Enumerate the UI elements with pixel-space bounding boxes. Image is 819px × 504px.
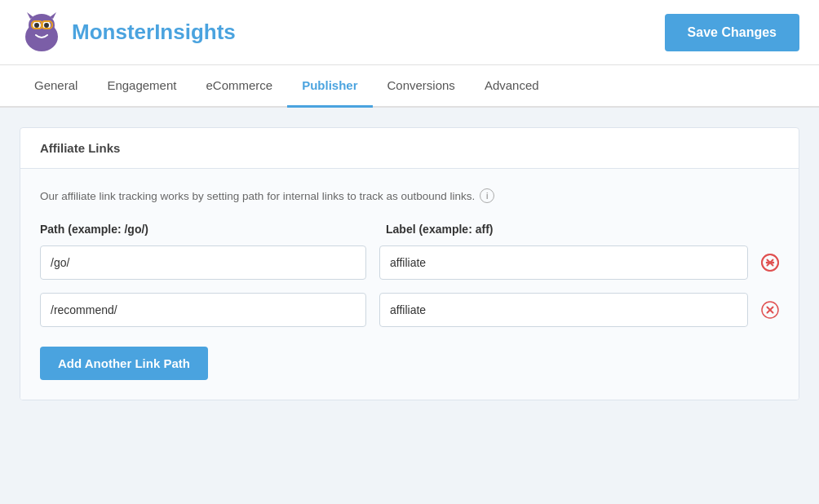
main-navigation: General Engagement eCommerce Publisher C… <box>0 65 819 108</box>
link-row-2 <box>40 293 779 327</box>
affiliate-links-title: Affiliate Links <box>40 141 120 155</box>
logo-area: MonsterInsights <box>20 11 236 55</box>
tab-advanced[interactable]: Advanced <box>470 65 554 108</box>
tab-publisher[interactable]: Publisher <box>287 65 372 108</box>
link-row-1 <box>40 245 779 280</box>
save-changes-button[interactable]: Save Changes <box>665 14 799 51</box>
svg-point-6 <box>34 23 39 28</box>
remove-row-1-button[interactable] <box>761 254 779 272</box>
logo-accent: Insights <box>154 20 236 44</box>
fields-header: Path (example: /go/) Label (example: aff… <box>40 223 779 236</box>
svg-point-7 <box>44 23 49 28</box>
main-content: Affiliate Links Our affiliate link track… <box>0 108 819 420</box>
path-column-header: Path (example: /go/) <box>40 223 366 236</box>
logo-plain: Monster <box>72 20 154 44</box>
remove-icon-1 <box>761 254 779 272</box>
label-input-1[interactable] <box>379 245 748 280</box>
path-input-2[interactable] <box>40 293 366 327</box>
logo-icon <box>20 11 64 55</box>
label-column-header: Label (example: aff) <box>386 223 779 236</box>
tab-engagement[interactable]: Engagement <box>92 65 191 108</box>
label-input-2[interactable] <box>379 293 748 327</box>
info-icon: i <box>480 188 494 203</box>
logo-text: MonsterInsights <box>72 20 236 45</box>
tab-conversions[interactable]: Conversions <box>373 65 470 108</box>
app-header: MonsterInsights Save Changes <box>0 0 819 65</box>
tab-general[interactable]: General <box>20 65 92 108</box>
remove-icon-2 <box>761 301 779 319</box>
path-input-1[interactable] <box>40 245 366 280</box>
affiliate-links-card: Affiliate Links Our affiliate link track… <box>20 127 799 400</box>
affiliate-links-header: Affiliate Links <box>20 128 799 169</box>
add-another-link-path-button[interactable]: Add Another Link Path <box>40 347 208 380</box>
tab-ecommerce[interactable]: eCommerce <box>191 65 287 108</box>
remove-row-2-button[interactable] <box>761 301 779 319</box>
affiliate-links-description: Our affiliate link tracking works by set… <box>40 188 779 203</box>
affiliate-links-body: Our affiliate link tracking works by set… <box>20 169 799 400</box>
